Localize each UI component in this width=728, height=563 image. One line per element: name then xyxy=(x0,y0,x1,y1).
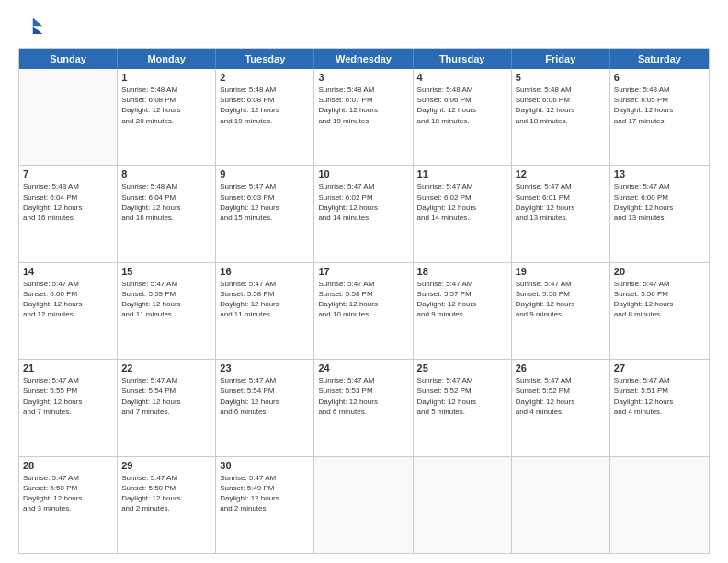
header-day-saturday: Saturday xyxy=(610,49,709,69)
day-number: 22 xyxy=(121,362,211,373)
cell-info: Sunrise: 5:47 AM Sunset: 6:02 PM Dayligh… xyxy=(318,181,408,223)
header-day-wednesday: Wednesday xyxy=(314,49,413,69)
header-day-sunday: Sunday xyxy=(19,49,118,69)
calendar-cell: 1Sunrise: 5:48 AM Sunset: 6:08 PM Daylig… xyxy=(118,69,216,165)
calendar-cell: 22Sunrise: 5:47 AM Sunset: 5:54 PM Dayli… xyxy=(118,360,216,455)
day-number: 25 xyxy=(417,362,507,373)
day-number: 4 xyxy=(417,72,507,83)
calendar-row-1: 1Sunrise: 5:48 AM Sunset: 6:08 PM Daylig… xyxy=(19,69,709,166)
day-number: 29 xyxy=(121,460,211,471)
calendar-cell: 23Sunrise: 5:47 AM Sunset: 5:54 PM Dayli… xyxy=(216,360,314,455)
cell-info: Sunrise: 5:47 AM Sunset: 6:00 PM Dayligh… xyxy=(23,279,113,320)
cell-info: Sunrise: 5:48 AM Sunset: 6:05 PM Dayligh… xyxy=(614,85,705,126)
logo-icon xyxy=(18,15,44,40)
calendar-cell xyxy=(314,457,413,553)
day-number: 15 xyxy=(121,266,211,277)
calendar-cell: 19Sunrise: 5:47 AM Sunset: 5:56 PM Dayli… xyxy=(512,263,610,359)
cell-info: Sunrise: 5:48 AM Sunset: 6:07 PM Dayligh… xyxy=(318,85,408,126)
calendar-cell: 8Sunrise: 5:48 AM Sunset: 6:04 PM Daylig… xyxy=(118,166,216,261)
calendar-cell: 21Sunrise: 5:47 AM Sunset: 5:55 PM Dayli… xyxy=(19,360,118,455)
cell-info: Sunrise: 5:47 AM Sunset: 5:52 PM Dayligh… xyxy=(417,375,507,417)
cell-info: Sunrise: 5:47 AM Sunset: 6:02 PM Dayligh… xyxy=(417,181,507,223)
day-number: 2 xyxy=(220,72,310,83)
logo xyxy=(18,15,48,40)
calendar-cell: 4Sunrise: 5:48 AM Sunset: 6:06 PM Daylig… xyxy=(414,69,512,165)
cell-info: Sunrise: 5:47 AM Sunset: 5:56 PM Dayligh… xyxy=(614,279,705,320)
calendar-cell: 11Sunrise: 5:47 AM Sunset: 6:02 PM Dayli… xyxy=(414,166,512,261)
cell-info: Sunrise: 5:47 AM Sunset: 5:58 PM Dayligh… xyxy=(318,279,408,320)
calendar-row-5: 28Sunrise: 5:47 AM Sunset: 5:50 PM Dayli… xyxy=(19,457,709,553)
calendar-cell: 30Sunrise: 5:47 AM Sunset: 5:49 PM Dayli… xyxy=(216,457,314,553)
cell-info: Sunrise: 5:47 AM Sunset: 5:57 PM Dayligh… xyxy=(417,279,507,320)
cell-info: Sunrise: 5:47 AM Sunset: 5:50 PM Dayligh… xyxy=(23,473,113,514)
calendar: SundayMondayTuesdayWednesdayThursdayFrid… xyxy=(18,48,710,554)
calendar-cell xyxy=(19,69,118,165)
calendar-cell: 14Sunrise: 5:47 AM Sunset: 6:00 PM Dayli… xyxy=(19,263,118,359)
cell-info: Sunrise: 5:48 AM Sunset: 6:04 PM Dayligh… xyxy=(23,181,113,223)
calendar-body: 1Sunrise: 5:48 AM Sunset: 6:08 PM Daylig… xyxy=(19,69,709,553)
calendar-row-3: 14Sunrise: 5:47 AM Sunset: 6:00 PM Dayli… xyxy=(19,263,709,360)
day-number: 6 xyxy=(614,72,705,83)
day-number: 3 xyxy=(318,72,408,83)
cell-info: Sunrise: 5:47 AM Sunset: 5:49 PM Dayligh… xyxy=(220,473,310,514)
calendar-cell xyxy=(512,457,610,553)
day-number: 28 xyxy=(23,460,113,471)
header-day-monday: Monday xyxy=(118,49,216,69)
day-number: 17 xyxy=(318,266,408,277)
calendar-cell: 28Sunrise: 5:47 AM Sunset: 5:50 PM Dayli… xyxy=(19,457,118,553)
cell-info: Sunrise: 5:47 AM Sunset: 5:54 PM Dayligh… xyxy=(220,375,310,417)
cell-info: Sunrise: 5:47 AM Sunset: 5:53 PM Dayligh… xyxy=(318,375,408,417)
cell-info: Sunrise: 5:47 AM Sunset: 6:03 PM Dayligh… xyxy=(220,181,310,223)
day-number: 26 xyxy=(516,362,606,373)
svg-marker-0 xyxy=(33,18,43,27)
calendar-header: SundayMondayTuesdayWednesdayThursdayFrid… xyxy=(19,49,709,69)
cell-info: Sunrise: 5:47 AM Sunset: 5:54 PM Dayligh… xyxy=(121,375,211,417)
day-number: 8 xyxy=(121,168,211,179)
cell-info: Sunrise: 5:48 AM Sunset: 6:08 PM Dayligh… xyxy=(220,85,310,126)
calendar-cell: 16Sunrise: 5:47 AM Sunset: 5:58 PM Dayli… xyxy=(216,263,314,359)
cell-info: Sunrise: 5:48 AM Sunset: 6:06 PM Dayligh… xyxy=(417,85,507,126)
calendar-cell: 5Sunrise: 5:48 AM Sunset: 6:06 PM Daylig… xyxy=(512,69,610,165)
day-number: 13 xyxy=(614,168,705,179)
header-day-thursday: Thursday xyxy=(414,49,512,69)
calendar-row-2: 7Sunrise: 5:48 AM Sunset: 6:04 PM Daylig… xyxy=(19,166,709,262)
calendar-cell: 15Sunrise: 5:47 AM Sunset: 5:59 PM Dayli… xyxy=(118,263,216,359)
header-day-friday: Friday xyxy=(512,49,610,69)
day-number: 9 xyxy=(220,168,310,179)
cell-info: Sunrise: 5:47 AM Sunset: 6:01 PM Dayligh… xyxy=(516,181,606,223)
day-number: 18 xyxy=(417,266,507,277)
day-number: 7 xyxy=(23,168,113,179)
cell-info: Sunrise: 5:47 AM Sunset: 5:50 PM Dayligh… xyxy=(121,473,211,514)
day-number: 30 xyxy=(220,460,310,471)
day-number: 5 xyxy=(516,72,606,83)
cell-info: Sunrise: 5:47 AM Sunset: 5:51 PM Dayligh… xyxy=(614,375,705,417)
calendar-cell: 13Sunrise: 5:47 AM Sunset: 6:00 PM Dayli… xyxy=(610,166,709,261)
calendar-cell xyxy=(414,457,512,553)
calendar-cell: 18Sunrise: 5:47 AM Sunset: 5:57 PM Dayli… xyxy=(414,263,512,359)
day-number: 23 xyxy=(220,362,310,373)
calendar-cell: 27Sunrise: 5:47 AM Sunset: 5:51 PM Dayli… xyxy=(610,360,709,455)
page: SundayMondayTuesdayWednesdayThursdayFrid… xyxy=(0,0,728,563)
calendar-cell xyxy=(610,457,709,553)
calendar-row-4: 21Sunrise: 5:47 AM Sunset: 5:55 PM Dayli… xyxy=(19,360,709,456)
calendar-cell: 25Sunrise: 5:47 AM Sunset: 5:52 PM Dayli… xyxy=(414,360,512,455)
day-number: 21 xyxy=(23,362,113,373)
day-number: 24 xyxy=(318,362,408,373)
calendar-cell: 20Sunrise: 5:47 AM Sunset: 5:56 PM Dayli… xyxy=(610,263,709,359)
cell-info: Sunrise: 5:47 AM Sunset: 5:56 PM Dayligh… xyxy=(516,279,606,320)
cell-info: Sunrise: 5:47 AM Sunset: 5:52 PM Dayligh… xyxy=(516,375,606,417)
calendar-cell: 9Sunrise: 5:47 AM Sunset: 6:03 PM Daylig… xyxy=(216,166,314,261)
calendar-cell: 29Sunrise: 5:47 AM Sunset: 5:50 PM Dayli… xyxy=(118,457,216,553)
cell-info: Sunrise: 5:48 AM Sunset: 6:04 PM Dayligh… xyxy=(121,181,211,223)
calendar-cell: 3Sunrise: 5:48 AM Sunset: 6:07 PM Daylig… xyxy=(314,69,413,165)
svg-marker-1 xyxy=(33,26,43,34)
cell-info: Sunrise: 5:48 AM Sunset: 6:08 PM Dayligh… xyxy=(121,85,211,126)
cell-info: Sunrise: 5:47 AM Sunset: 5:58 PM Dayligh… xyxy=(220,279,310,320)
day-number: 11 xyxy=(417,168,507,179)
calendar-cell: 2Sunrise: 5:48 AM Sunset: 6:08 PM Daylig… xyxy=(216,69,314,165)
day-number: 27 xyxy=(614,362,705,373)
calendar-cell: 12Sunrise: 5:47 AM Sunset: 6:01 PM Dayli… xyxy=(512,166,610,261)
day-number: 19 xyxy=(516,266,606,277)
calendar-cell: 7Sunrise: 5:48 AM Sunset: 6:04 PM Daylig… xyxy=(19,166,118,261)
calendar-cell: 10Sunrise: 5:47 AM Sunset: 6:02 PM Dayli… xyxy=(314,166,413,261)
